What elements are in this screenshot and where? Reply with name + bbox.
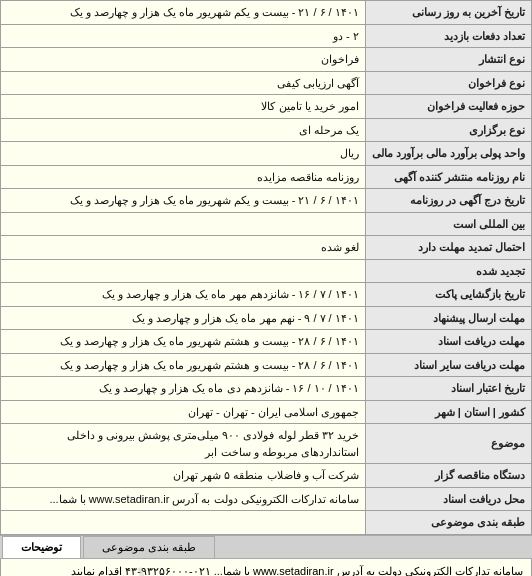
value-location: جمهوری اسلامی ایران - تهران - تهران — [1, 400, 366, 424]
label-tender-org: دستگاه مناقصه گزار — [365, 464, 531, 488]
value-publish-date: ۱۴۰۱ / ۶ / ۲۱ - بیست و یکم شهریور ماه یک… — [1, 189, 366, 213]
label-publish-date: تاریخ درج آگهی در روزنامه — [365, 189, 531, 213]
tab-description[interactable]: توضیحات — [2, 536, 81, 558]
value-notice-type: آگهی ارزیابی کیفی — [1, 71, 366, 95]
table-row: نوع فراخوان آگهی ارزیابی کیفی — [1, 71, 532, 95]
tabs-bar: توضیحات طبقه بندی موضوعی — [0, 535, 532, 559]
value-currency: ریال — [1, 142, 366, 166]
value-category — [1, 511, 366, 535]
table-row: تاریخ آخرین به روز رسانی ۱۴۰۱ / ۶ / ۲۱ -… — [1, 1, 532, 25]
table-row: دستگاه مناقصه گزار شرکت آب و فاضلاب منطق… — [1, 464, 532, 488]
tab-classification[interactable]: طبقه بندی موضوعی — [83, 536, 215, 558]
description-panel: Shel سامانه تدارکات الکترونیکی دولت به آ… — [0, 559, 532, 577]
value-visit-count: ۲ - دو — [1, 24, 366, 48]
label-newspaper: نام روزنامه منتشر کننده آگهی — [365, 165, 531, 189]
table-row: موضوع خرید ۳۲ قطر لوله فولادی ۹۰۰ میلی‌م… — [1, 424, 532, 464]
label-international: بین المللی است — [365, 212, 531, 236]
value-tender-org: شرکت آب و فاضلاب منطقه ۵ شهر تهران — [1, 464, 366, 488]
value-submit-deadline: ۱۴۰۱ / ۷ / ۹ - نهم مهر ماه یک هزار و چها… — [1, 306, 366, 330]
value-publish-type: فراخوان — [1, 48, 366, 72]
table-row: کشور | استان | شهر جمهوری اسلامی ایران -… — [1, 400, 532, 424]
value-renewed — [1, 259, 366, 283]
label-holding-type: نوع برگزاری — [365, 118, 531, 142]
label-open-date: تاریخ بازگشایی پاکت — [365, 283, 531, 307]
value-holding-type: یک مرحله ای — [1, 118, 366, 142]
label-extension-possible: احتمال تمدید مهلت دارد — [365, 236, 531, 260]
label-category: طبقه بندی موضوعی — [365, 511, 531, 535]
table-row: احتمال تمدید مهلت دارد لغو شده — [1, 236, 532, 260]
label-docs-location: محل دریافت اسناد — [365, 487, 531, 511]
table-row: واحد پولی برآورد مالی برآورد مالی ریال — [1, 142, 532, 166]
label-other-docs: مهلت دریافت سایر اسناد — [365, 353, 531, 377]
value-other-docs: ۱۴۰۱ / ۶ / ۲۸ - بیست و هشتم شهریور ماه ی… — [1, 353, 366, 377]
table-row: تعداد دفعات بازدید ۲ - دو — [1, 24, 532, 48]
label-currency: واحد پولی برآورد مالی برآورد مالی — [365, 142, 531, 166]
label-location: کشور | استان | شهر — [365, 400, 531, 424]
label-receive-docs: مهلت دریافت اسناد — [365, 330, 531, 354]
table-row: مهلت دریافت سایر اسناد ۱۴۰۱ / ۶ / ۲۸ - ب… — [1, 353, 532, 377]
table-row: محل دریافت اسناد سامانه تدارکات الکترونی… — [1, 487, 532, 511]
label-docs-validity: تاریخ اعتبار اسناد — [365, 377, 531, 401]
value-last-update: ۱۴۰۱ / ۶ / ۲۱ - بیست و یکم شهریور ماه یک… — [1, 1, 366, 25]
value-docs-location: سامانه تدارکات الکترونیکی دولت به آدرس w… — [1, 487, 366, 511]
table-row: تاریخ درج آگهی در روزنامه ۱۴۰۱ / ۶ / ۲۱ … — [1, 189, 532, 213]
value-extension-possible: لغو شده — [1, 236, 366, 260]
table-row-category: طبقه بندی موضوعی — [1, 511, 532, 535]
label-activity-area: حوزه فعالیت فراخوان — [365, 95, 531, 119]
label-last-update: تاریخ آخرین به روز رسانی — [365, 1, 531, 25]
label-subject: موضوع — [365, 424, 531, 464]
table-row: تاریخ بازگشایی پاکت ۱۴۰۱ / ۷ / ۱۶ - شانز… — [1, 283, 532, 307]
label-notice-type: نوع فراخوان — [365, 71, 531, 95]
main-info-table: تاریخ آخرین به روز رسانی ۱۴۰۱ / ۶ / ۲۱ -… — [0, 0, 532, 535]
value-newspaper: روزنامه مناقصه مزایده — [1, 165, 366, 189]
table-row: نام روزنامه منتشر کننده آگهی روزنامه منا… — [1, 165, 532, 189]
value-activity-area: امور خرید یا تامین کالا — [1, 95, 366, 119]
description-text: سامانه تدارکات الکترونیکی دولت به آدرس w… — [71, 565, 523, 577]
value-docs-validity: ۱۴۰۱ / ۱۰ / ۱۶ - شانزدهم دی ماه یک هزار … — [1, 377, 366, 401]
label-renewed: تجدید شده — [365, 259, 531, 283]
table-row: مهلت دریافت اسناد ۱۴۰۱ / ۶ / ۲۸ - بیست و… — [1, 330, 532, 354]
value-subject: خرید ۳۲ قطر لوله فولادی ۹۰۰ میلی‌متری پو… — [1, 424, 366, 464]
label-submit-deadline: مهلت ارسال پیشنهاد — [365, 306, 531, 330]
value-international — [1, 212, 366, 236]
value-receive-docs: ۱۴۰۱ / ۶ / ۲۸ - بیست و هشتم شهریور ماه ی… — [1, 330, 366, 354]
label-visit-count: تعداد دفعات بازدید — [365, 24, 531, 48]
value-open-date: ۱۴۰۱ / ۷ / ۱۶ - شانزدهم مهر ماه یک هزار … — [1, 283, 366, 307]
table-row: تاریخ اعتبار اسناد ۱۴۰۱ / ۱۰ / ۱۶ - شانز… — [1, 377, 532, 401]
table-row: نوع برگزاری یک مرحله ای — [1, 118, 532, 142]
label-publish-type: نوع انتشار — [365, 48, 531, 72]
table-row: نوع انتشار فراخوان — [1, 48, 532, 72]
table-row: تجدید شده — [1, 259, 532, 283]
table-row: بین المللی است — [1, 212, 532, 236]
table-row: حوزه فعالیت فراخوان امور خرید یا تامین ک… — [1, 95, 532, 119]
table-row: مهلت ارسال پیشنهاد ۱۴۰۱ / ۷ / ۹ - نهم مه… — [1, 306, 532, 330]
